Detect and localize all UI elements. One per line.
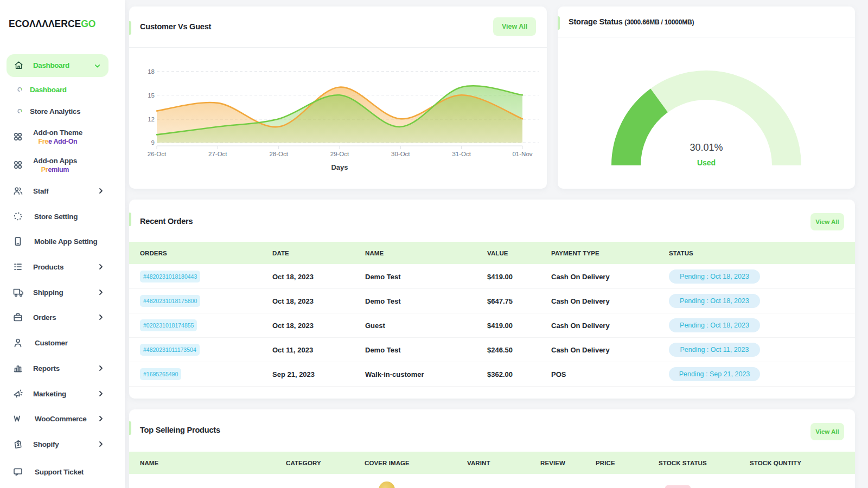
svg-text:30-Oct: 30-Oct — [391, 151, 410, 157]
svg-text:29-Oct: 29-Oct — [330, 151, 349, 157]
svg-text:28-Oct: 28-Oct — [269, 151, 288, 157]
svg-text:9: 9 — [151, 139, 155, 146]
svg-text:27-Oct: 27-Oct — [208, 151, 227, 157]
svg-text:26-Oct: 26-Oct — [148, 151, 167, 157]
svg-text:12: 12 — [148, 116, 155, 123]
svg-text:31-Oct: 31-Oct — [452, 151, 471, 157]
svg-text:18: 18 — [148, 68, 155, 75]
svg-text:15: 15 — [148, 92, 155, 99]
svg-text:01-Nov: 01-Nov — [512, 151, 532, 157]
svg-text:Days: Days — [331, 163, 348, 171]
